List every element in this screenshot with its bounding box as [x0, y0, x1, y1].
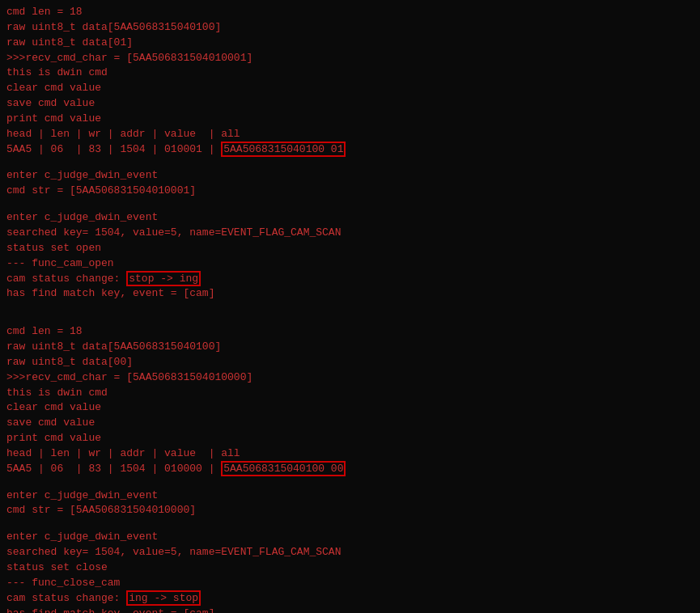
line-17: cam status change: stop -> ing	[6, 272, 694, 287]
line-25: save cmd value	[6, 416, 694, 431]
line-5: this is dwin cmd	[6, 66, 694, 81]
line-36: has find match key, event = [cam]	[6, 607, 694, 613]
line-32: searched key= 1504, value=5, name=EVENT_…	[6, 545, 694, 560]
line-11: enter c_judge_dwin_event	[6, 168, 694, 184]
line-28: 5AA5 | 06 | 83 | 1504 | 010000 | 5AA5068…	[6, 462, 694, 477]
line-22: >>>recv_cmd_char = [5AA506831504010000]	[6, 370, 694, 386]
line-4: >>>recv_cmd_char = [5AA506831504010001]	[6, 51, 694, 66]
spacer-3	[6, 302, 694, 313]
line-27: head | len | wr | addr | value | all	[6, 446, 694, 462]
line-24: clear cmd value	[6, 400, 694, 416]
line-33: status set close	[6, 560, 694, 576]
line-30: cmd str = [5AA506831504010000]	[6, 503, 694, 518]
line-26: print cmd value	[6, 431, 694, 446]
line-7: save cmd value	[6, 96, 694, 112]
line-35: cam status change: ing -> stop	[6, 591, 694, 607]
line-19: cmd len = 18	[6, 324, 694, 340]
line-14: searched key= 1504, value=5, name=EVENT_…	[6, 226, 694, 241]
spacer-2	[6, 199, 694, 210]
line-34: --- func_close_cam	[6, 576, 694, 591]
line-31: enter c_judge_dwin_event	[6, 530, 694, 545]
line-20: raw uint8_t data[5AA5068315040100]	[6, 340, 694, 355]
line-15: status set open	[6, 241, 694, 256]
spacer-1	[6, 157, 694, 168]
line-9: head | len | wr | addr | value | all	[6, 127, 694, 142]
line-23: this is dwin cmd	[6, 386, 694, 401]
highlight-status-2: ing -> stop	[126, 590, 201, 606]
line-29: enter c_judge_dwin_event	[6, 488, 694, 504]
line-21: raw uint8_t data[00]	[6, 355, 694, 370]
highlight-cmd-1: 5AA5068315040100 01	[221, 142, 346, 157]
line-10: 5AA5 | 06 | 83 | 1504 | 010001 | 5AA5068…	[6, 142, 694, 158]
line-18: has find match key, event = [cam]	[6, 286, 694, 302]
line-1: cmd len = 18	[6, 5, 694, 20]
spacer-6	[6, 518, 694, 530]
line-3: raw uint8_t data[01]	[6, 36, 694, 51]
terminal: cmd len = 18 raw uint8_t data[5AA5068315…	[0, 0, 700, 613]
spacer-4	[6, 313, 694, 324]
spacer-5	[6, 477, 694, 488]
line-16: --- func_cam_open	[6, 256, 694, 272]
highlight-status-1: stop -> ing	[126, 271, 201, 286]
line-6: clear cmd value	[6, 81, 694, 96]
line-13: enter c_judge_dwin_event	[6, 210, 694, 226]
highlight-cmd-2: 5AA5068315040100 00	[221, 461, 346, 476]
line-2: raw uint8_t data[5AA5068315040100]	[6, 20, 694, 36]
line-12: cmd str = [5AA506831504010001]	[6, 184, 694, 199]
line-8: print cmd value	[6, 112, 694, 127]
